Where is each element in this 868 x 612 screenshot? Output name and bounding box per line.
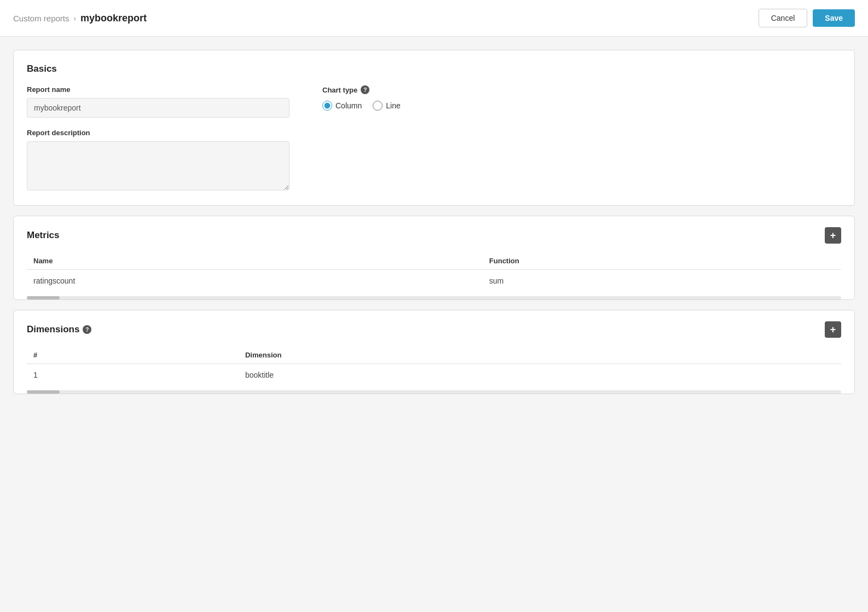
metrics-scroll-thumb [27, 296, 60, 299]
main-content: Basics Report name Report description Ch… [0, 37, 868, 407]
metrics-table-body: ratingscount sum [27, 270, 841, 292]
dimensions-title: Dimensions [27, 324, 79, 335]
radio-column-label: Column [335, 101, 362, 110]
dimensions-card: Dimensions ? + # Dimension 1 booktitle [13, 310, 855, 394]
dimensions-header: Dimensions ? + [27, 321, 841, 347]
basics-title: Basics [27, 63, 841, 74]
metrics-table-header: Name Function [27, 252, 841, 270]
table-row: ratingscount sum [27, 270, 841, 292]
metrics-title: Metrics [27, 230, 60, 241]
dimension-value: booktitle [239, 364, 841, 386]
breadcrumb-parent[interactable]: Custom reports [13, 14, 70, 23]
radio-line-label: Line [386, 101, 400, 110]
radio-option-line[interactable]: Line [373, 101, 400, 111]
header-actions: Cancel Save [759, 9, 855, 27]
metrics-header-row: Name Function [27, 252, 841, 270]
dimensions-col-number: # [27, 347, 239, 364]
breadcrumb-separator: › [74, 14, 76, 22]
radio-line[interactable] [373, 101, 383, 111]
table-row: 1 booktitle [27, 364, 841, 386]
header: Custom reports › mybookreport Cancel Sav… [0, 0, 868, 37]
basics-grid: Report name Report description Chart typ… [27, 85, 841, 192]
dimensions-col-dimension: Dimension [239, 347, 841, 364]
basics-right: Chart type ? Column Line [322, 85, 841, 192]
dimension-number: 1 [27, 364, 239, 386]
metrics-table: Name Function ratingscount sum [27, 252, 841, 292]
save-button[interactable]: Save [813, 9, 855, 27]
dimensions-table-body: 1 booktitle [27, 364, 841, 386]
cancel-button[interactable]: Cancel [759, 9, 808, 27]
chart-type-radio-group: Column Line [322, 101, 841, 111]
metrics-col-name: Name [27, 252, 483, 270]
radio-option-column[interactable]: Column [322, 101, 362, 111]
report-name-label: Report name [27, 85, 290, 94]
add-dimension-button[interactable]: + [825, 321, 841, 338]
dimensions-scroll-indicator [27, 390, 841, 394]
report-description-label: Report description [27, 129, 290, 137]
report-description-input[interactable] [27, 141, 290, 190]
breadcrumb: Custom reports › mybookreport [13, 13, 147, 24]
basics-left: Report name Report description [27, 85, 290, 192]
add-metric-button[interactable]: + [825, 227, 841, 244]
breadcrumb-current: mybookreport [80, 13, 147, 24]
chart-type-help-icon[interactable]: ? [361, 85, 369, 94]
metrics-scroll-indicator [27, 296, 841, 299]
radio-column[interactable] [322, 101, 332, 111]
dimensions-table-header: # Dimension [27, 347, 841, 364]
report-name-input[interactable] [27, 98, 290, 118]
chart-type-label: Chart type [322, 86, 357, 94]
metric-function: sum [483, 270, 841, 292]
metrics-header: Metrics + [27, 227, 841, 252]
dimensions-scroll-thumb [27, 390, 60, 394]
dimensions-table: # Dimension 1 booktitle [27, 347, 841, 386]
dimensions-help-icon[interactable]: ? [83, 325, 91, 334]
metrics-col-function: Function [483, 252, 841, 270]
basics-card: Basics Report name Report description Ch… [13, 50, 855, 206]
metric-name: ratingscount [27, 270, 483, 292]
dimensions-header-row: # Dimension [27, 347, 841, 364]
metrics-card: Metrics + Name Function ratingscount sum [13, 216, 855, 300]
dimensions-title-row: Dimensions ? [27, 324, 91, 335]
chart-type-label-row: Chart type ? [322, 85, 841, 94]
